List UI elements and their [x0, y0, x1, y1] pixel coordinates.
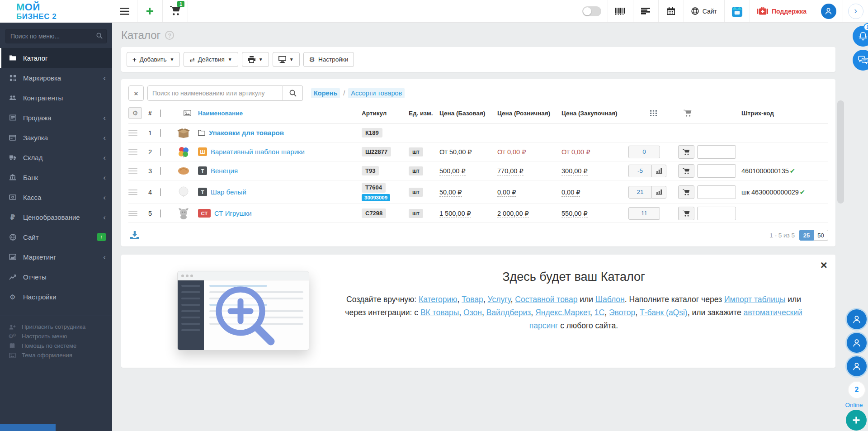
- sidebar-item-sales[interactable]: Продажа ‹: [0, 108, 112, 128]
- drag-handle-icon[interactable]: [128, 211, 137, 216]
- sidebar-item-contractors[interactable]: Контрагенты: [0, 88, 112, 108]
- view-toggle[interactable]: [576, 0, 608, 22]
- online-user-avatar[interactable]: [847, 333, 867, 353]
- sidebar-item-warehouse[interactable]: Склад ‹: [0, 147, 112, 167]
- stock-chart-button[interactable]: [652, 165, 666, 177]
- retail-price[interactable]: 0,00 ₽: [497, 189, 516, 197]
- category-link[interactable]: Упаковки для товаров: [209, 129, 284, 137]
- online-user-avatar[interactable]: [847, 356, 867, 376]
- drag-handle-icon[interactable]: [128, 189, 137, 195]
- barcode-scanner-button[interactable]: [608, 0, 633, 22]
- menu-toggle-button[interactable]: [112, 0, 137, 22]
- import-table-link[interactable]: Импорт таблицы: [724, 295, 785, 304]
- catalog-search-input[interactable]: [147, 85, 283, 101]
- cart-quantity-input[interactable]: [697, 185, 736, 199]
- profile-button[interactable]: [814, 0, 843, 22]
- collapse-panel-button[interactable]: ›: [843, 0, 868, 22]
- onec-link[interactable]: 1С: [594, 308, 604, 317]
- product-thumbnail[interactable]: [176, 164, 191, 178]
- support-button[interactable]: Поддержка: [750, 0, 814, 22]
- vk-products-link[interactable]: ВК товары: [420, 308, 459, 317]
- per-page-25-button[interactable]: 25: [799, 230, 814, 241]
- sidebar-item-settings[interactable]: ⚙ Настройки: [0, 287, 112, 307]
- sidebar-item-bank[interactable]: Банк ‹: [0, 167, 112, 187]
- header-cart-button[interactable]: 1: [163, 0, 188, 22]
- stock-button[interactable]: 11: [628, 207, 660, 220]
- sidebar-item-reports[interactable]: Отчеты: [0, 267, 112, 287]
- sidebar-item-marketing[interactable]: Маркетинг ‹: [0, 247, 112, 267]
- add-to-cart-button[interactable]: [678, 145, 694, 159]
- product-thumbnail[interactable]: [176, 185, 191, 199]
- column-settings-button[interactable]: ⚙: [128, 107, 142, 119]
- invite-employee-link[interactable]: Пригласить сотрудника: [8, 323, 112, 330]
- tbank-aqsi-link[interactable]: Т-банк (aQsi): [640, 308, 688, 317]
- breadcrumb-root[interactable]: Корень: [311, 88, 340, 98]
- online-count-badge[interactable]: 2: [848, 381, 866, 399]
- add-to-cart-button[interactable]: [678, 185, 694, 199]
- close-icon[interactable]: ×: [821, 259, 827, 271]
- drag-handle-icon[interactable]: [128, 130, 137, 136]
- add-button[interactable]: + Добавить ▼: [127, 52, 180, 67]
- row-checkbox[interactable]: [160, 129, 161, 137]
- sidebar-item-cash[interactable]: Касса ‹: [0, 187, 112, 207]
- stock-button[interactable]: 21: [628, 186, 652, 199]
- system-help-link[interactable]: Помощь по системе: [8, 342, 112, 349]
- mb-app-button[interactable]: [724, 0, 750, 22]
- add-to-cart-button[interactable]: [678, 207, 694, 220]
- create-category-link[interactable]: Категорию: [419, 295, 457, 304]
- sidebar-item-purchase[interactable]: Закупка ‹: [0, 128, 112, 147]
- sidebar-item-catalog[interactable]: Каталог: [0, 48, 112, 68]
- per-page-50-button[interactable]: 50: [814, 230, 828, 241]
- drag-handle-icon[interactable]: [128, 168, 137, 174]
- product-link[interactable]: Шар белый: [211, 188, 246, 196]
- product-link[interactable]: Венеция: [211, 167, 238, 175]
- row-checkbox[interactable]: [160, 209, 161, 218]
- cart-quantity-input[interactable]: [697, 164, 736, 178]
- create-template-link[interactable]: Шаблон: [595, 295, 625, 304]
- sort-by-name-header[interactable]: Наименование: [198, 110, 362, 117]
- purchase-price[interactable]: 0,00 ₽: [561, 189, 580, 197]
- theme-link[interactable]: Тема оформления: [8, 352, 112, 359]
- add-to-cart-button[interactable]: [678, 164, 694, 178]
- display-button[interactable]: ▼: [273, 52, 300, 67]
- sidebar-item-pricing[interactable]: ₽ Ценообразование ‹: [0, 207, 112, 227]
- online-user-avatar[interactable]: [847, 309, 867, 329]
- base-price[interactable]: 1 500,00 ₽: [439, 210, 471, 218]
- tasks-list-button[interactable]: [633, 0, 658, 22]
- product-thumbnail[interactable]: [176, 145, 191, 159]
- row-checkbox[interactable]: [160, 167, 161, 175]
- product-thumbnail[interactable]: [176, 126, 191, 140]
- base-price[interactable]: 50,00 ₽: [439, 189, 462, 197]
- search-button[interactable]: [283, 85, 303, 101]
- actions-button[interactable]: ⇄ Действия ▼: [184, 52, 238, 67]
- drag-handle-icon[interactable]: [128, 149, 137, 155]
- quick-add-button[interactable]: [137, 0, 163, 22]
- cart-quantity-input[interactable]: [697, 145, 736, 159]
- sidebar-item-marking[interactable]: Маркировка ‹: [0, 68, 112, 88]
- breadcrumb-current[interactable]: Ассорти товаров: [348, 88, 405, 98]
- stock-button[interactable]: 0: [628, 146, 660, 158]
- print-button[interactable]: ▼: [242, 52, 269, 67]
- calendar-button[interactable]: [658, 0, 684, 22]
- yandex-market-link[interactable]: Яндекс.Маркет: [535, 308, 590, 317]
- stock-chart-button[interactable]: [652, 186, 666, 199]
- product-link[interactable]: Вариативный шаблон шарики: [211, 148, 305, 156]
- base-price[interactable]: 500,00 ₽: [439, 167, 466, 175]
- evotor-link[interactable]: Эвотор: [609, 308, 635, 317]
- retail-price[interactable]: 2 000,00 ₽: [497, 210, 529, 218]
- product-thumbnail[interactable]: [176, 206, 191, 221]
- row-checkbox[interactable]: [160, 148, 161, 156]
- sidebar-item-site[interactable]: Сайт ↑: [0, 227, 112, 247]
- ozon-link[interactable]: Озон: [463, 308, 482, 317]
- export-download-button[interactable]: [128, 229, 141, 241]
- sidebar-bottom-banner[interactable]: [0, 424, 56, 431]
- toggle-switch[interactable]: [582, 6, 601, 16]
- select-all-checkbox[interactable]: [160, 109, 161, 117]
- clear-search-button[interactable]: ×: [128, 85, 144, 101]
- customize-menu-link[interactable]: ⚙⚙ Настроить меню: [8, 333, 112, 340]
- scrollbar-thumb[interactable]: [837, 100, 844, 204]
- help-icon[interactable]: ?: [165, 31, 174, 40]
- create-composite-link[interactable]: Составной товар: [515, 295, 577, 304]
- purchase-price[interactable]: 550,00 ₽: [561, 210, 588, 218]
- row-checkbox[interactable]: [160, 188, 161, 196]
